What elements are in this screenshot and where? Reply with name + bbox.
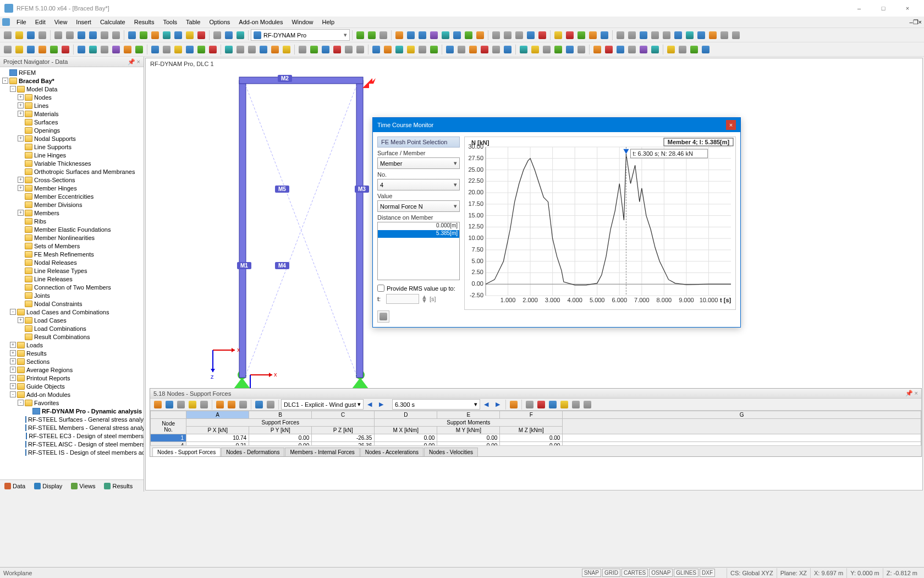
- tt-6-icon[interactable]: [215, 399, 226, 410]
- tree-load-0[interactable]: +Load Cases: [0, 316, 144, 324]
- tree-steel-0[interactable]: RF-STEEL Surfaces - General stress analy…: [0, 415, 144, 423]
- view-e-icon[interactable]: [440, 30, 451, 41]
- tb2-35-icon[interactable]: [428, 44, 439, 55]
- tt-d-icon[interactable]: [559, 399, 570, 410]
- tb2-57-icon[interactable]: [700, 44, 711, 55]
- tb2-20-icon[interactable]: [246, 44, 257, 55]
- menu-table[interactable]: Table: [182, 18, 205, 26]
- menu-edit[interactable]: Edit: [31, 18, 50, 26]
- rms-checkbox-input[interactable]: [377, 285, 384, 292]
- status-glines[interactable]: GLINES: [674, 569, 698, 577]
- tree-model-data[interactable]: -Model Data: [0, 85, 144, 93]
- tb2-54-icon[interactable]: [666, 44, 676, 55]
- tb2-37-icon[interactable]: [456, 44, 467, 55]
- view-f-icon[interactable]: [452, 30, 463, 41]
- menu-addon[interactable]: Add-on Modules: [234, 18, 287, 26]
- view-c-icon[interactable]: [417, 30, 428, 41]
- tree-md-10[interactable]: +Cross-Sections: [0, 176, 144, 184]
- menu-view[interactable]: View: [50, 18, 72, 26]
- tree-md-9[interactable]: Orthotropic Surfaces and Membranes: [0, 167, 144, 176]
- tool-a-icon[interactable]: [127, 30, 138, 41]
- tb2-38-icon[interactable]: [468, 44, 479, 55]
- tree-md-22[interactable]: Line Releases: [0, 275, 144, 283]
- tree-md-0[interactable]: +Nodes: [0, 93, 144, 101]
- tb2-46-icon[interactable]: [564, 44, 575, 55]
- tb2-25-icon[interactable]: [309, 44, 320, 55]
- tool-g-icon[interactable]: [196, 30, 207, 41]
- v4-a-icon[interactable]: [615, 30, 626, 41]
- nav-tab-display[interactable]: Display: [32, 482, 64, 490]
- status-cartes[interactable]: CARTES: [622, 569, 648, 577]
- tb2-26-icon[interactable]: [320, 44, 331, 55]
- menu-tools[interactable]: Tools: [158, 18, 182, 26]
- tb2-7-icon[interactable]: [87, 44, 98, 55]
- tb2-12-icon[interactable]: [150, 44, 161, 55]
- tool-c-icon[interactable]: [150, 30, 161, 41]
- tree-md-6[interactable]: Line Supports: [0, 143, 144, 151]
- maximize-button[interactable]: □: [871, 1, 895, 16]
- surface-member-combo[interactable]: Member▾: [377, 157, 460, 169]
- menu-calculate[interactable]: Calculate: [96, 18, 130, 26]
- tt-10-icon[interactable]: [265, 399, 276, 410]
- arrow-l-icon[interactable]: [355, 30, 366, 41]
- v3-e-icon[interactable]: [599, 30, 610, 41]
- table-icon[interactable]: [223, 30, 234, 41]
- mdi-close-button[interactable]: ×: [919, 19, 922, 25]
- v3-c-icon[interactable]: [576, 30, 587, 41]
- menu-options[interactable]: Options: [205, 18, 234, 26]
- tree-load-2[interactable]: Result Combinations: [0, 332, 144, 341]
- table-tab-4[interactable]: Nodes - Velocities: [424, 448, 478, 456]
- tb2-6-icon[interactable]: [76, 44, 87, 55]
- v4-d-icon[interactable]: [650, 30, 661, 41]
- rms-checkbox[interactable]: Provide RMS value up to:: [377, 285, 460, 292]
- prev-time-icon[interactable]: ◀: [481, 399, 492, 410]
- tree-md-18[interactable]: Sets of Members: [0, 242, 144, 250]
- minimize-button[interactable]: –: [847, 1, 871, 16]
- no-combo[interactable]: 4▾: [377, 179, 460, 190]
- v2-e-icon[interactable]: [537, 30, 548, 41]
- tb2-49-icon[interactable]: [603, 44, 614, 55]
- tree-extra-0[interactable]: +Loads: [0, 341, 144, 349]
- next-time-icon[interactable]: ▶: [492, 399, 503, 410]
- v3-b-icon[interactable]: [564, 30, 575, 41]
- doc1-icon[interactable]: [99, 30, 110, 41]
- v4-b-icon[interactable]: [626, 30, 637, 41]
- v4-f-icon[interactable]: [673, 30, 684, 41]
- view-a-icon[interactable]: [394, 30, 405, 41]
- tree-md-16[interactable]: Member Elastic Foundations: [0, 225, 144, 233]
- paste-icon[interactable]: [64, 30, 75, 41]
- tree-md-13[interactable]: Member Divisions: [0, 200, 144, 209]
- new-icon[interactable]: [2, 30, 13, 41]
- status-dxf[interactable]: DXF: [700, 569, 715, 577]
- tool-d-icon[interactable]: [161, 30, 172, 41]
- tree-md-7[interactable]: Line Hinges: [0, 151, 144, 159]
- tb2-11-icon[interactable]: [134, 44, 145, 55]
- rms-time-input[interactable]: [386, 294, 419, 304]
- tb2-18-icon[interactable]: [223, 44, 234, 55]
- v4-c-icon[interactable]: [638, 30, 649, 41]
- tb2-22-icon[interactable]: [270, 44, 280, 55]
- tree-md-14[interactable]: +Members: [0, 209, 144, 217]
- tb2-21-icon[interactable]: [258, 44, 269, 55]
- tt-4-icon[interactable]: [187, 399, 198, 410]
- tb2-32-icon[interactable]: [394, 44, 405, 55]
- value-combo[interactable]: Normal Force N▾: [377, 200, 460, 212]
- tree-extra-1[interactable]: +Results: [0, 349, 144, 357]
- v2-d-icon[interactable]: [525, 30, 536, 41]
- tb2-42-icon[interactable]: [518, 44, 529, 55]
- v4-e-icon[interactable]: [661, 30, 672, 41]
- tb2-4-icon[interactable]: [48, 44, 59, 55]
- mdi-restore-button[interactable]: ❐: [913, 19, 919, 26]
- tree-md-15[interactable]: Ribs: [0, 217, 144, 225]
- v4-j-icon[interactable]: [719, 30, 730, 41]
- tree-extra-5[interactable]: +Guide Objects: [0, 382, 144, 390]
- grid-icon[interactable]: [212, 30, 223, 41]
- tree-md-8[interactable]: Variable Thicknesses: [0, 159, 144, 167]
- tb2-41-icon[interactable]: [502, 44, 513, 55]
- tt-b-icon[interactable]: [536, 399, 547, 410]
- tree-md-24[interactable]: Joints: [0, 291, 144, 299]
- tb2-28-icon[interactable]: [343, 44, 354, 55]
- tree-md-17[interactable]: Member Nonlinearities: [0, 233, 144, 242]
- result-table-grid[interactable]: ABCDEFGNodeNo.Support ForcesSupport Mome…: [150, 411, 921, 445]
- module-combo[interactable]: RF-DYNAM Pro ▾: [251, 29, 350, 41]
